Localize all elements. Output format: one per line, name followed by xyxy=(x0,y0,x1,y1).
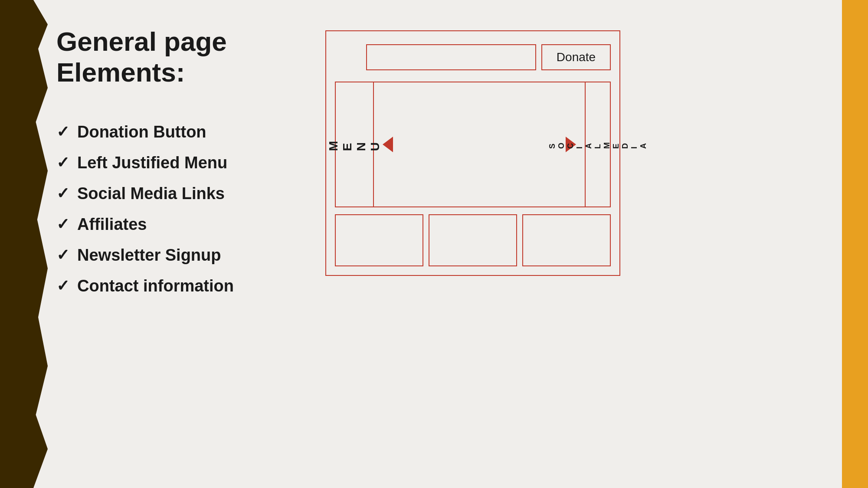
content-row: MENU SOCIALMEDIA xyxy=(335,82,611,207)
menu-label: MENU xyxy=(327,138,382,151)
checklist: ✓ Donation Button ✓ Left Justified Menu … xyxy=(56,123,308,295)
social-media-box: SOCIALMEDIA xyxy=(585,82,611,207)
page-title: General page Elements: xyxy=(56,26,308,88)
check-icon-newsletter: ✓ xyxy=(56,246,69,264)
right-bar xyxy=(842,0,868,488)
check-icon-menu: ✓ xyxy=(56,154,69,172)
check-icon-affiliates: ✓ xyxy=(56,215,69,233)
wireframe-container: Donate MENU SOCIALMEDIA xyxy=(325,30,620,276)
menu-box: MENU xyxy=(335,82,374,207)
bottom-row xyxy=(335,214,611,266)
logo-placeholder xyxy=(335,44,361,70)
checklist-item-donation: ✓ Donation Button xyxy=(56,123,308,141)
social-label: SOCIALMEDIA xyxy=(548,141,648,149)
check-icon-donation: ✓ xyxy=(56,123,69,141)
carousel-prev-icon[interactable] xyxy=(383,137,393,152)
checklist-item-contact: ✓ Contact information xyxy=(56,277,308,295)
right-section: Donate MENU SOCIALMEDIA xyxy=(325,26,838,276)
checklist-item-affiliates: ✓ Affiliates xyxy=(56,215,308,234)
checklist-item-social: ✓ Social Media Links xyxy=(56,184,308,203)
search-box[interactable] xyxy=(366,44,536,70)
main-content: General page Elements: ✓ Donation Button… xyxy=(56,0,838,488)
left-bar xyxy=(0,0,48,488)
check-icon-contact: ✓ xyxy=(56,277,69,295)
header-row: Donate xyxy=(335,40,611,75)
left-section: General page Elements: ✓ Donation Button… xyxy=(56,26,325,308)
checklist-item-menu: ✓ Left Justified Menu xyxy=(56,154,308,172)
bottom-box-3 xyxy=(522,214,611,266)
donate-button[interactable]: Donate xyxy=(541,44,611,70)
checklist-item-newsletter: ✓ Newsletter Signup xyxy=(56,246,308,265)
check-icon-social: ✓ xyxy=(56,184,69,203)
bottom-box-1 xyxy=(335,214,423,266)
bottom-box-2 xyxy=(429,214,517,266)
